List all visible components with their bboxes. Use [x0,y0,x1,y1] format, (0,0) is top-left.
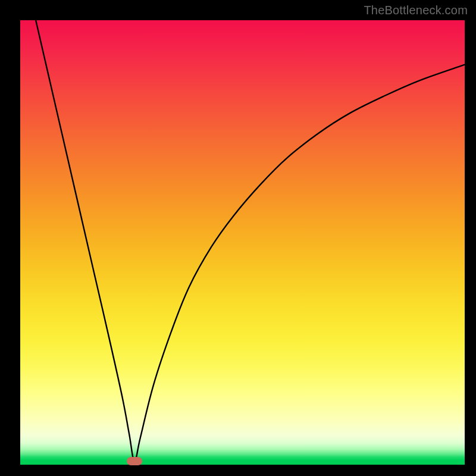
watermark-text: TheBottleneck.com [364,4,468,17]
chart-frame: TheBottleneck.com [0,0,476,476]
bottleneck-curve [20,20,465,465]
optimum-marker [127,457,142,465]
plot-area [20,20,465,465]
